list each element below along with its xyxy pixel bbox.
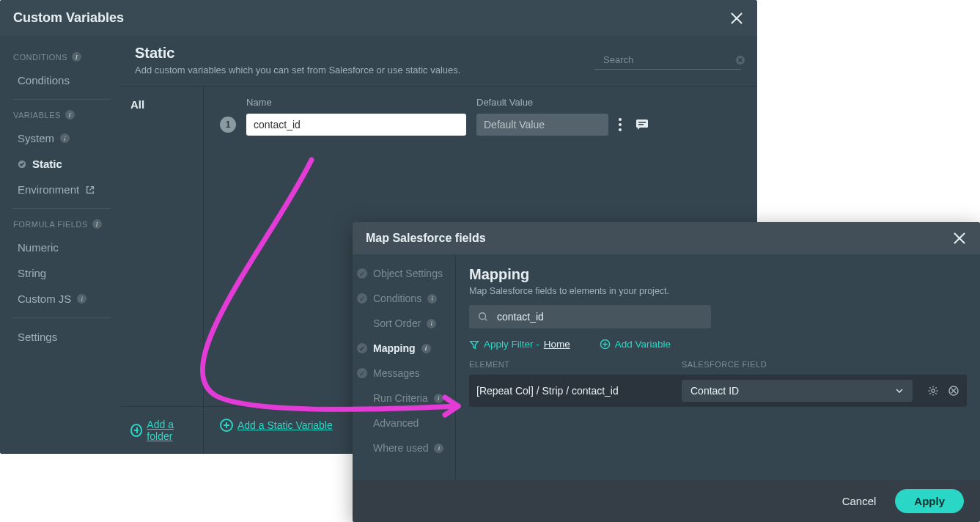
- map-salesforce-dialog: Map Salesforce fields ✓ Object Settings …: [353, 222, 980, 522]
- plus-icon: [130, 424, 142, 437]
- more-options-icon[interactable]: [619, 118, 622, 131]
- dialog-title: Custom Variables: [13, 10, 124, 26]
- nav-run-criteria[interactable]: Run Criteria i: [357, 392, 452, 404]
- plus-icon: [220, 419, 233, 432]
- sidebar-item-settings[interactable]: Settings: [13, 324, 111, 350]
- nav-object-settings[interactable]: ✓ Object Settings: [357, 268, 452, 279]
- sidebar-section-conditions: CONDITIONS i: [13, 52, 111, 62]
- check-icon: [18, 160, 26, 169]
- map-search-field[interactable]: [469, 305, 711, 328]
- nav-advanced[interactable]: Advanced: [357, 417, 452, 429]
- map-dialog-nav: ✓ Object Settings ✓ Conditions i Sort Or…: [353, 254, 455, 480]
- nav-where-used[interactable]: Where used i: [357, 442, 452, 454]
- close-icon[interactable]: [729, 11, 744, 26]
- svg-point-8: [932, 389, 935, 392]
- plus-circle-icon: [600, 339, 611, 350]
- check-icon: ✓: [357, 268, 367, 279]
- divider: [13, 208, 111, 209]
- search-field[interactable]: [594, 52, 741, 70]
- mapping-columns-header: ELEMENT SALESFORCE FIELD: [469, 360, 967, 369]
- variable-headers: Name Default Value: [220, 97, 741, 108]
- content-subtitle: Add custom variables which you can set f…: [135, 65, 460, 76]
- map-search-input[interactable]: [495, 310, 702, 323]
- variable-default-input[interactable]: [476, 114, 608, 136]
- sidebar-item-environment[interactable]: Environment: [13, 177, 111, 202]
- search-input[interactable]: [602, 54, 728, 66]
- svg-rect-4: [638, 122, 646, 123]
- search-icon: [478, 312, 488, 322]
- folder-column: All: [119, 87, 204, 406]
- sidebar-section-formula: FORMULA FIELDS i: [13, 219, 111, 229]
- element-path: [Repeat Col] / Strip / contact_id: [476, 385, 667, 397]
- info-icon[interactable]: i: [92, 219, 102, 229]
- add-folder-link[interactable]: Add a folder: [130, 419, 196, 442]
- sidebar-item-customjs[interactable]: Custom JS i: [13, 286, 111, 312]
- nav-sort-order[interactable]: Sort Order i: [357, 317, 452, 329]
- col-sf-header: SALESFORCE FIELD: [682, 360, 767, 369]
- sidebar-item-conditions[interactable]: Conditions: [13, 67, 111, 93]
- map-dialog-footer: Cancel Apply: [353, 480, 980, 522]
- row-index-badge: 1: [220, 117, 236, 133]
- clear-icon[interactable]: [735, 55, 745, 65]
- divider: [13, 317, 111, 318]
- info-icon[interactable]: i: [60, 133, 70, 143]
- info-icon[interactable]: i: [65, 110, 75, 120]
- info-icon[interactable]: i: [427, 294, 437, 304]
- check-icon: ✓: [357, 368, 367, 378]
- filter-home-link[interactable]: Home: [544, 339, 570, 350]
- close-icon[interactable]: [952, 231, 967, 246]
- col-element-header: ELEMENT: [469, 360, 667, 369]
- add-variable-link[interactable]: Add Variable: [600, 339, 671, 350]
- sidebar-item-static[interactable]: Static: [13, 151, 111, 177]
- nav-mapping[interactable]: ✓ Mapping i: [357, 342, 452, 354]
- gear-icon[interactable]: [927, 385, 939, 397]
- header-name: Name: [246, 97, 466, 108]
- info-icon[interactable]: i: [434, 394, 443, 403]
- map-title: Mapping: [469, 266, 967, 283]
- check-icon: ✓: [357, 293, 367, 304]
- apply-filter-link[interactable]: Apply Filter -Home: [469, 339, 570, 350]
- divider: [13, 99, 111, 100]
- filter-icon: [469, 339, 479, 350]
- content-header: Static Add custom variables which you ca…: [119, 36, 757, 87]
- map-dialog-header: Map Salesforce fields: [353, 222, 980, 254]
- svg-rect-3: [636, 120, 648, 128]
- header-default: Default Value: [476, 97, 608, 108]
- sidebar-item-string[interactable]: String: [13, 260, 111, 286]
- variable-name-input[interactable]: [246, 114, 466, 136]
- chevron-down-icon: [895, 386, 904, 395]
- info-icon[interactable]: i: [434, 444, 443, 453]
- svg-rect-5: [638, 124, 644, 125]
- dialog-sidebar: CONDITIONS i Conditions VARIABLES i Syst…: [0, 36, 119, 454]
- info-icon[interactable]: i: [421, 344, 431, 353]
- info-icon[interactable]: i: [72, 52, 81, 62]
- map-subtitle: Map Salesforce fields to elements in you…: [469, 286, 967, 296]
- folder-tab-all[interactable]: All: [130, 98, 191, 111]
- nav-conditions[interactable]: ✓ Conditions i: [357, 293, 452, 304]
- cancel-button[interactable]: Cancel: [842, 495, 877, 507]
- sidebar-item-system[interactable]: System i: [13, 125, 111, 151]
- remove-icon[interactable]: [948, 385, 959, 397]
- comment-icon[interactable]: [635, 117, 649, 132]
- dialog-header: Custom Variables: [0, 0, 757, 36]
- info-icon[interactable]: i: [427, 319, 436, 328]
- info-icon[interactable]: i: [77, 294, 86, 304]
- variable-row: 1: [220, 114, 741, 136]
- nav-messages[interactable]: ✓ Messages: [357, 367, 452, 379]
- map-dialog-title: Map Salesforce fields: [366, 232, 486, 245]
- svg-point-6: [479, 313, 486, 320]
- sidebar-item-numeric[interactable]: Numeric: [13, 235, 111, 260]
- sidebar-section-variables: VARIABLES i: [13, 110, 111, 120]
- check-icon: ✓: [357, 343, 367, 353]
- salesforce-field-select[interactable]: Contact ID: [682, 380, 913, 402]
- add-static-variable-link[interactable]: Add a Static Variable: [220, 419, 333, 432]
- content-title: Static: [135, 45, 460, 62]
- mapping-row: [Repeat Col] / Strip / contact_id Contac…: [469, 375, 967, 407]
- map-main-panel: Mapping Map Salesforce fields to element…: [455, 254, 980, 480]
- external-link-icon: [85, 185, 95, 195]
- apply-button[interactable]: Apply: [895, 489, 964, 513]
